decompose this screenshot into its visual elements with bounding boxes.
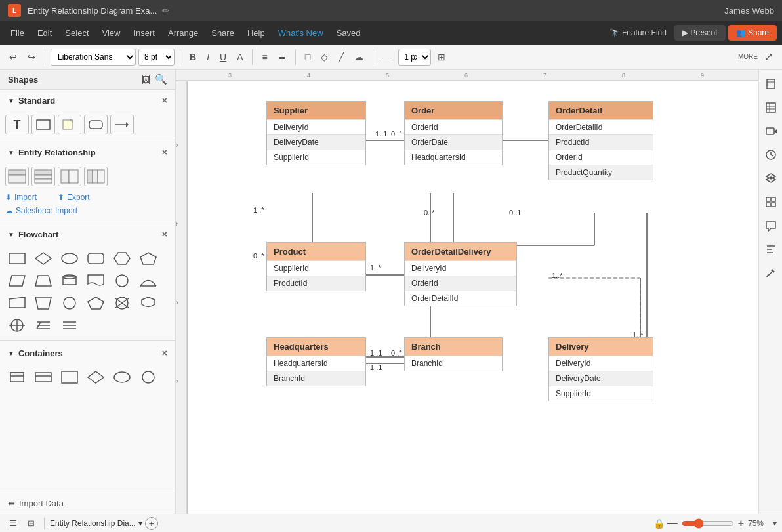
entity-product[interactable]: Product SupplierId ProductId — [266, 242, 366, 291]
bold-button[interactable]: B — [186, 50, 200, 64]
fc-doc[interactable] — [84, 271, 108, 291]
align-left-button[interactable]: ≡ — [258, 50, 271, 64]
shape-rect[interactable] — [31, 115, 55, 134]
entity-delivery[interactable]: Delivery DeliveryId DeliveryDate Supplie… — [548, 337, 653, 401]
shape-text[interactable]: T — [5, 115, 29, 134]
fc-pentagon2[interactable] — [84, 293, 108, 313]
shadow-button[interactable]: ☁ — [350, 50, 367, 64]
zoom-out-btn[interactable]: — — [667, 518, 678, 529]
fc-cylinder[interactable] — [58, 271, 81, 291]
fc-lines2[interactable] — [58, 316, 81, 335]
fc-xshape[interactable] — [110, 293, 134, 313]
er-shape-3[interactable] — [58, 167, 81, 186]
menu-arrange[interactable]: Arrange — [163, 26, 203, 41]
er-shape-4[interactable] — [84, 167, 108, 186]
shape-note[interactable] — [58, 115, 81, 134]
rs-shapes-btn[interactable] — [762, 193, 780, 211]
salesforce-btn[interactable]: ☁ Salesforce Import — [5, 206, 170, 215]
fc-arc[interactable] — [136, 271, 160, 291]
fill-color-button[interactable]: ◇ — [317, 50, 332, 64]
fc-pentagon[interactable] — [136, 249, 160, 268]
menu-help[interactable]: Help — [242, 26, 270, 41]
rs-magic-btn[interactable] — [762, 264, 780, 282]
close-containers[interactable]: × — [162, 348, 167, 358]
rs-layers-btn[interactable] — [762, 169, 780, 188]
more-button[interactable]: MORE — [738, 53, 758, 60]
fc-circle[interactable] — [110, 271, 134, 291]
italic-button[interactable]: I — [203, 50, 213, 64]
redo-button[interactable]: ↪ — [24, 50, 39, 64]
import-data-button[interactable]: ⬅ Import Data — [0, 493, 175, 514]
share-button[interactable]: 👥 Share — [728, 25, 777, 41]
entity-headquarters[interactable]: Headquarters HeadquartersId BranchId — [266, 337, 366, 386]
underline-button[interactable]: U — [216, 50, 230, 64]
export-btn[interactable]: ⬆ Export — [58, 193, 90, 202]
fc-diamond[interactable] — [31, 249, 55, 268]
menu-file[interactable]: File — [5, 26, 30, 41]
image-icon[interactable]: 🖼 — [141, 74, 151, 85]
entity-order[interactable]: Order OrderId OrderDate HeadquartersId — [404, 101, 503, 165]
rs-format-btn[interactable] — [762, 240, 780, 258]
fc-hex[interactable] — [110, 249, 134, 268]
entity-orderdetaildelivery[interactable]: OrderDetailDelivery DeliveryId OrderId O… — [404, 242, 517, 306]
diagram-tab[interactable]: Entity Relationship Dia... ▾ — [50, 519, 142, 528]
line-color-button[interactable]: ╱ — [335, 50, 348, 64]
transform-button[interactable]: ⊞ — [434, 50, 449, 64]
shape-rounded[interactable] — [84, 115, 108, 134]
rs-page-btn[interactable] — [762, 75, 780, 93]
line-width-select[interactable]: 1 px2 px3 px — [398, 49, 431, 66]
cont-oval[interactable] — [110, 367, 134, 387]
cont-circle[interactable] — [136, 367, 160, 387]
line-style-button[interactable]: — — [379, 50, 396, 64]
add-page-btn[interactable]: + — [145, 517, 158, 530]
align-text-button[interactable]: ≣ — [274, 50, 290, 64]
cont-rect[interactable] — [31, 367, 55, 387]
zoom-dropdown[interactable]: ▾ — [773, 519, 777, 528]
expand-button[interactable]: ⤢ — [760, 49, 777, 65]
menu-select[interactable]: Select — [60, 26, 94, 41]
fc-lines[interactable] — [31, 316, 55, 335]
rs-video-btn[interactable] — [762, 122, 780, 140]
shape-arrow[interactable] — [110, 115, 134, 134]
menu-whats-new[interactable]: What's New — [273, 26, 329, 41]
fc-circle2[interactable] — [58, 293, 81, 313]
present-button[interactable]: ▶ Present — [674, 25, 726, 41]
feature-find-btn[interactable]: 🔭 Feature Find — [609, 28, 667, 37]
section-er[interactable]: ▼ Entity Relationship × — [0, 142, 175, 163]
rs-comment-btn[interactable] — [762, 216, 780, 235]
font-size-select[interactable]: 8 pt 10 pt 12 pt — [138, 49, 175, 66]
entity-supplier[interactable]: Supplier DeliveryId DeliveryDate Supplie… — [266, 101, 366, 165]
shape-fill-button[interactable]: □ — [301, 50, 314, 64]
diagram-canvas[interactable]: 1..1 0..1 1..* 0..* 1..* 0..* 0..1 1..* … — [188, 81, 758, 514]
list-view-btn[interactable]: ☰ — [5, 517, 21, 529]
edit-title-icon[interactable]: ✏ — [162, 6, 169, 16]
fc-oval[interactable] — [58, 249, 81, 268]
fc-parallelogram[interactable] — [5, 271, 29, 291]
undo-button[interactable]: ↩ — [5, 50, 21, 64]
canvas-area[interactable]: 3 4 5 6 7 8 9 3 4 5 6 — [176, 70, 758, 514]
menu-edit[interactable]: Edit — [32, 26, 57, 41]
font-color-button[interactable]: A — [233, 50, 247, 64]
rs-table-btn[interactable] — [762, 98, 780, 117]
er-shape-2[interactable] — [31, 167, 55, 186]
cont-square[interactable] — [58, 367, 81, 387]
menu-share[interactable]: Share — [206, 26, 239, 41]
zoom-in-btn[interactable]: + — [738, 518, 744, 529]
section-flowchart[interactable]: ▼ Flowchart × — [0, 224, 175, 245]
section-containers[interactable]: ▼ Containers × — [0, 342, 175, 363]
tab-dropdown-icon[interactable]: ▾ — [138, 519, 142, 528]
menu-view[interactable]: View — [97, 26, 126, 41]
entity-orderdetail[interactable]: OrderDetail OrderDetailId ProductId Orde… — [548, 101, 653, 180]
font-family-select[interactable]: Liberation Sans — [51, 49, 136, 66]
fc-manual[interactable] — [5, 293, 29, 313]
fc-trapdown[interactable] — [31, 293, 55, 313]
cont-pill[interactable] — [5, 367, 29, 387]
zoom-slider[interactable] — [682, 518, 734, 529]
cont-diamond[interactable] — [84, 367, 108, 387]
menu-insert[interactable]: Insert — [128, 26, 160, 41]
section-standard[interactable]: ▼ Standard × — [0, 90, 175, 111]
entity-branch[interactable]: Branch BranchId — [404, 337, 503, 371]
fc-trap[interactable] — [31, 271, 55, 291]
rs-clock-btn[interactable] — [762, 146, 780, 164]
import-btn[interactable]: ⬇ Import — [5, 193, 37, 202]
